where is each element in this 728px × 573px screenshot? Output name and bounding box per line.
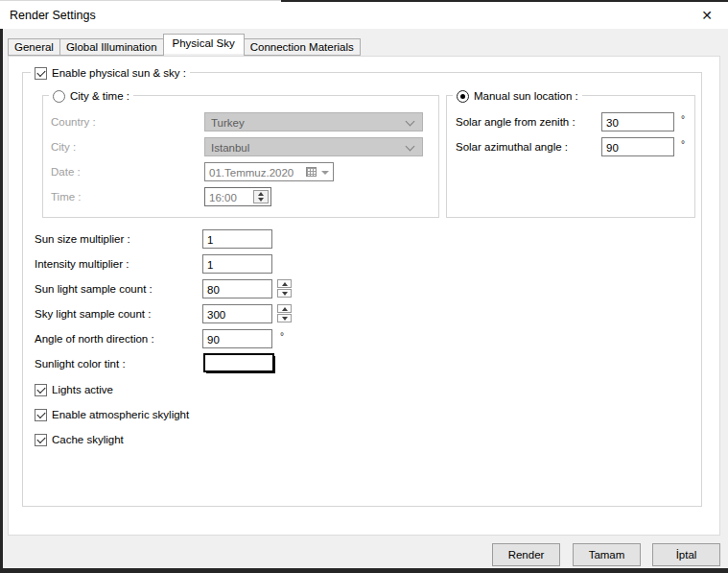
date-picker: 01.Temmuz.2020: [204, 162, 334, 181]
tab-connection-materials[interactable]: Connection Materials: [244, 38, 361, 56]
tamam-button[interactable]: Tamam: [573, 543, 641, 566]
intensity-multiplier-value: 1: [207, 259, 213, 271]
north-direction-value: 90: [207, 334, 220, 346]
enable-sun-sky-checkbox[interactable]: [35, 67, 47, 80]
time-spinner: [253, 190, 269, 203]
lights-active-checkbox[interactable]: [35, 384, 47, 396]
date-value: 01.Temmuz.2020: [209, 167, 294, 179]
city-value: Istanbul: [211, 142, 249, 154]
spin-down-icon: [258, 198, 264, 202]
sunlight-color-tint-label: Sunlight color tint :: [35, 354, 126, 373]
intensity-multiplier-input[interactable]: 1: [202, 254, 272, 274]
spin-down-icon: [282, 292, 288, 296]
spin-down-icon: [282, 317, 288, 321]
solar-zenith-label: Solar angle from zenith :: [456, 112, 575, 131]
sky-light-sample-count-label: Sky light sample count :: [35, 304, 151, 323]
tab-page-physical-sky: Enable physical sun & sky : City & time …: [8, 56, 720, 536]
render-button[interactable]: Render: [492, 543, 560, 566]
check-icon: [36, 409, 45, 418]
country-label: Country :: [51, 112, 96, 131]
titlebar: Render Settings ✕: [0, 0, 728, 29]
tab-general[interactable]: General: [8, 38, 60, 56]
calendar-icon: [306, 167, 317, 177]
city-label: City :: [51, 137, 76, 156]
iptal-button[interactable]: İptal: [652, 543, 720, 566]
degree-unit: °: [681, 139, 685, 151]
lights-active-label: Lights active: [52, 384, 113, 395]
sun-light-sample-count-label: Sun light sample count :: [35, 279, 153, 298]
solar-zenith-input[interactable]: 30: [601, 112, 674, 131]
check-icon: [36, 384, 45, 393]
atmospheric-skylight-checkbox[interactable]: [35, 409, 47, 421]
country-value: Turkey: [211, 117, 245, 129]
screen-edge-left: [0, 29, 3, 573]
manual-sun-location-radio[interactable]: [457, 90, 469, 103]
check-icon: [36, 434, 45, 442]
check-icon: [36, 67, 45, 76]
cache-skylight-option[interactable]: Cache skylight: [35, 433, 124, 446]
north-direction-input[interactable]: 90: [202, 329, 272, 348]
tab-global-illumination[interactable]: Global Illumination: [59, 38, 164, 56]
dropdown-arrow-icon: [321, 171, 329, 175]
enable-sun-sky-label: Enable physical sun & sky :: [52, 67, 186, 79]
tab-physical-sky[interactable]: Physical Sky: [163, 34, 245, 54]
sunlight-color-tint-swatch[interactable]: [203, 353, 274, 372]
degree-unit: °: [280, 331, 284, 343]
country-select: Turkey: [204, 112, 423, 131]
date-label: Date :: [51, 162, 81, 181]
city-time-label: City & time :: [70, 90, 129, 102]
sky-light-sample-spinner[interactable]: [277, 304, 292, 323]
chevron-down-icon: [406, 142, 415, 152]
solar-azimuth-label: Solar azimuthal angle :: [456, 137, 568, 156]
atmospheric-skylight-label: Enable atmospheric skylight: [52, 409, 189, 420]
solar-azimuth-value: 90: [606, 142, 619, 154]
city-time-radio[interactable]: [53, 90, 65, 103]
render-settings-dialog: Render Settings ✕ General Global Illumin…: [0, 0, 728, 573]
degree-unit: °: [681, 114, 685, 126]
manual-sun-location-label: Manual sun location :: [474, 90, 578, 102]
sky-light-sample-count-input[interactable]: 300: [202, 304, 272, 323]
close-icon[interactable]: ✕: [696, 5, 717, 26]
window-title: Render Settings: [10, 1, 96, 30]
sun-size-multiplier-value: 1: [207, 234, 213, 246]
sun-size-multiplier-input[interactable]: 1: [202, 229, 272, 249]
sun-light-sample-spinner[interactable]: [277, 279, 292, 298]
solar-azimuth-input[interactable]: 90: [601, 137, 674, 156]
tab-bar: General Global Illumination Physical Sky…: [8, 38, 360, 56]
time-field: 16:00: [204, 187, 271, 206]
screen-edge-bottom: [0, 568, 728, 573]
time-value: 16:00: [209, 192, 237, 203]
solar-zenith-value: 30: [606, 117, 619, 129]
atmospheric-skylight-option[interactable]: Enable atmospheric skylight: [35, 408, 189, 421]
north-direction-label: Angle of north direction :: [35, 329, 154, 348]
intensity-multiplier-label: Intensity multiplier :: [35, 254, 129, 274]
spin-up-icon: [282, 307, 288, 311]
sun-light-sample-count-input[interactable]: 80: [202, 279, 272, 298]
spin-up-icon: [258, 192, 264, 196]
chevron-down-icon: [406, 117, 415, 127]
city-time-group: City & time : Country : Turkey City : Is…: [42, 95, 439, 218]
manual-sun-location-group: Manual sun location : Solar angle from z…: [446, 95, 695, 218]
cache-skylight-checkbox[interactable]: [35, 434, 47, 446]
city-select: Istanbul: [204, 137, 423, 156]
cache-skylight-label: Cache skylight: [52, 434, 124, 445]
lights-active-option[interactable]: Lights active: [35, 383, 113, 396]
sun-light-sample-count-value: 80: [207, 284, 220, 296]
spin-up-icon: [282, 282, 288, 286]
sun-size-multiplier-label: Sun size multiplier :: [35, 229, 130, 249]
time-label: Time :: [51, 187, 82, 206]
screen-edge-top: [281, 0, 728, 2]
sky-light-sample-count-value: 300: [207, 309, 225, 321]
